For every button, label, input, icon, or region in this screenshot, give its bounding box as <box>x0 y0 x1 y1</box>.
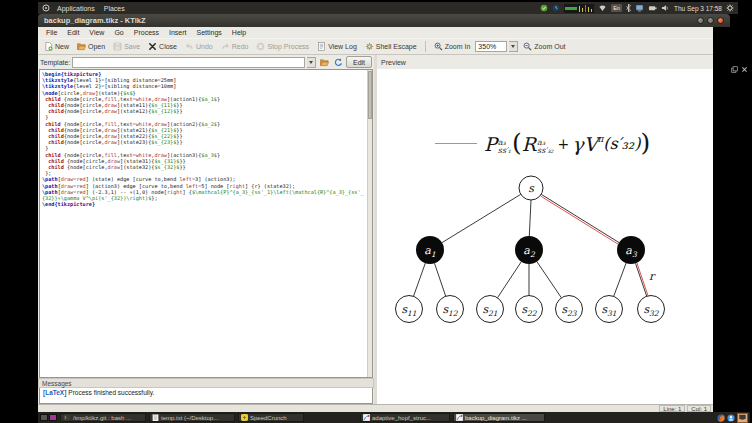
shell-escape-icon <box>365 42 374 51</box>
preview-canvas[interactable]: Pa₃ss′₁(Ra₃ss′₃₂+γVπ(s′₃₂)) <box>377 69 713 404</box>
status-col: Col: 1 <box>687 405 711 412</box>
menu-settings[interactable]: Settings <box>192 29 227 36</box>
toolbar-button-label: Zoom Out <box>534 43 565 50</box>
workspace-2[interactable] <box>49 414 57 421</box>
undo-arrow-icon <box>185 42 194 51</box>
template-label: Template: <box>40 59 70 66</box>
volume-icon[interactable] <box>661 4 670 12</box>
show-desktop-button[interactable] <box>737 413 748 423</box>
menu-process[interactable]: Process <box>129 29 164 36</box>
main-content: Template: Edit \begin{tikzpicture}\tikzs… <box>38 55 713 404</box>
tree-edge <box>636 263 647 296</box>
menu-insert[interactable]: Insert <box>164 29 192 36</box>
save-button: Save <box>110 41 143 52</box>
clock[interactable]: Thu Sep 3 17:58 <box>674 5 722 12</box>
tree-edge-highlight <box>541 196 619 244</box>
tree-edge <box>537 262 562 298</box>
taskbar-item-3[interactable]: SpeedCrunch <box>238 413 304 422</box>
toolbar-button-label: Zoom In <box>445 43 471 50</box>
code-line: \end{tikzpicture} <box>42 201 364 207</box>
system-monitor-icon[interactable] <box>564 4 594 13</box>
template-open-button[interactable] <box>318 56 330 68</box>
template-reload-button[interactable] <box>332 56 344 68</box>
taskbar: /tmp/ktikz.git : bash ...temp.txt (~/Des… <box>38 412 750 423</box>
system-tray: EnThu Sep 3 17:58 <box>540 4 734 13</box>
battery-icon[interactable] <box>648 4 657 12</box>
redo-button: Redo <box>218 41 252 52</box>
template-combobox[interactable] <box>72 57 305 68</box>
zoom-level-combobox[interactable]: 350% <box>475 41 507 52</box>
close-window-icon <box>148 42 157 51</box>
menu-file[interactable]: File <box>41 29 62 36</box>
taskbar-item-label: adaptive_hopf_struc... <box>372 415 431 421</box>
zoom-out-icon <box>523 42 532 51</box>
taskbar-item-5[interactable]: backup_diagram.tikz ... <box>453 413 545 422</box>
stop-process-button: Stop Process <box>253 41 312 52</box>
menu-help[interactable]: Help <box>227 29 251 36</box>
window-title-bar[interactable]: backup_diagram.tikz - KTikZ <box>38 14 730 27</box>
backup-diagram: s a1 a2 a3 s11 s12 s21 s22 s23 s31 s32 r <box>377 69 713 404</box>
dock-close-icon[interactable] <box>741 66 748 73</box>
text-editor-icon <box>152 414 159 422</box>
close-button[interactable] <box>717 17 724 24</box>
taskbar-item-2[interactable]: temp.txt (~/Desktop... <box>149 413 235 422</box>
open-button[interactable]: Open <box>74 41 108 52</box>
maximize-button[interactable] <box>707 17 714 24</box>
distro-icon <box>42 4 50 12</box>
dock-float-icon[interactable] <box>731 66 738 73</box>
places-menu[interactable]: Places <box>102 5 127 12</box>
taskbar-item-1[interactable]: /tmp/ktikz.git : bash ... <box>60 413 146 422</box>
taskbar-item-label: SpeedCrunch <box>250 415 287 421</box>
menu-go[interactable]: Go <box>109 29 128 36</box>
ktikz-icon <box>363 414 370 421</box>
template-dropdown-button[interactable] <box>307 57 316 68</box>
dock-close-icon <box>741 66 748 73</box>
wifi-icon[interactable] <box>598 4 607 12</box>
scrollbar-thumb[interactable] <box>368 71 372 119</box>
taskbar-item-label: /tmp/ktikz.git : bash ... <box>73 415 131 421</box>
view-log-button[interactable]: View Log <box>314 41 360 52</box>
firefox-icon[interactable] <box>717 414 725 422</box>
code-editor[interactable]: \begin{tikzpicture}\tikzstyle{level 1}=[… <box>39 69 373 378</box>
zoom-out-button[interactable]: Zoom Out <box>520 41 568 52</box>
toolbar-button-label: Stop Process <box>267 43 309 50</box>
close-button[interactable]: Close <box>145 41 180 52</box>
editor-scrollbar[interactable] <box>367 70 372 377</box>
zoom-in-icon <box>434 42 443 51</box>
workspace-1[interactable] <box>40 414 48 421</box>
minimize-button[interactable] <box>697 17 704 24</box>
chat-icon[interactable] <box>727 414 735 422</box>
display-icon[interactable] <box>635 4 644 12</box>
latex-tag: [LaTeX] <box>43 389 66 396</box>
stop-process-icon <box>256 42 265 51</box>
menu-view[interactable]: View <box>84 29 109 36</box>
taskbar-item-4[interactable]: adaptive_hopf_struc... <box>360 413 450 422</box>
updates-icon[interactable] <box>540 4 548 12</box>
status-line: Line: 1 <box>659 405 685 412</box>
applications-menu[interactable]: Applications <box>55 5 97 12</box>
taskbar-item-label: backup_diagram.tikz ... <box>465 415 527 421</box>
menu-edit[interactable]: Edit <box>62 29 84 36</box>
toolbar-button-label: Open <box>88 43 105 50</box>
zoom-dropdown-button[interactable] <box>509 41 518 52</box>
tray-clock-icon[interactable] <box>552 4 560 12</box>
tree-edge <box>442 194 521 242</box>
refresh-icon <box>334 58 343 67</box>
preview-label: Preview <box>381 59 406 66</box>
toolbar: NewOpenSaveCloseUndoRedoStop ProcessView… <box>38 38 713 55</box>
power-icon[interactable] <box>726 4 734 12</box>
tree-edge <box>529 200 531 236</box>
speedcrunch-icon <box>241 414 248 421</box>
preview-panel-title: Preview <box>377 55 713 69</box>
bluetooth-icon[interactable] <box>626 4 631 12</box>
new-button[interactable]: New <box>41 41 72 52</box>
open-folder-icon <box>77 42 86 51</box>
toolbar-button-label: Undo <box>196 43 213 50</box>
keyboard-layout-indicator[interactable]: En <box>611 4 622 12</box>
template-edit-button[interactable]: Edit <box>346 56 372 68</box>
latex-message: Process finished successfully. <box>68 389 154 396</box>
taskbar-tray <box>717 413 748 423</box>
distro-icon[interactable] <box>42 4 50 12</box>
shell-escape-button[interactable]: Shell Escape <box>362 41 420 52</box>
zoom-in-button[interactable]: Zoom In <box>431 41 474 52</box>
